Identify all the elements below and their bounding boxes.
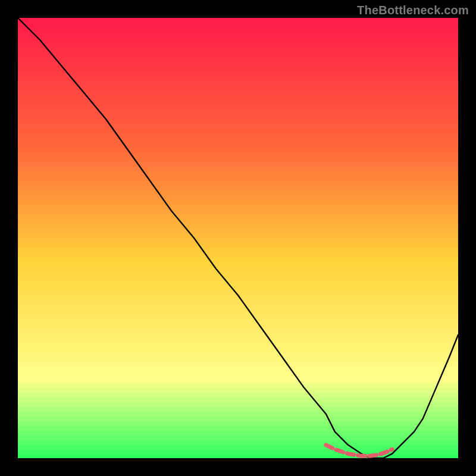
gradient-background	[18, 18, 458, 458]
watermark-text: TheBottleneck.com	[357, 4, 469, 17]
chart-svg	[18, 18, 458, 458]
plot-area	[18, 18, 458, 458]
chart-frame: TheBottleneck.com	[0, 0, 476, 476]
